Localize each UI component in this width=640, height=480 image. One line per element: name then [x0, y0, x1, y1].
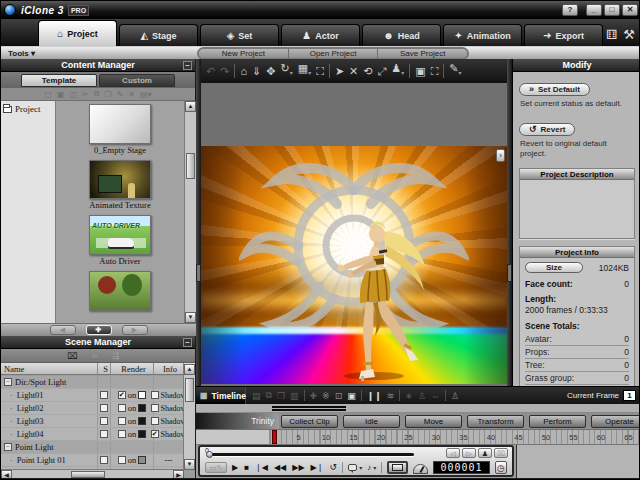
table-row-light04[interactable]: ·Light04on✔Shadow	[1, 428, 184, 441]
range-icon[interactable]: ⇔	[431, 391, 440, 401]
tab-animation[interactable]: ✦Animation	[443, 24, 522, 46]
timeline-range-bar[interactable]	[196, 404, 640, 413]
track-name[interactable]: Trinity	[196, 413, 279, 429]
scroll-up-icon[interactable]: ▲	[184, 364, 195, 375]
prev-frame-button[interactable]: ◁	[446, 448, 460, 458]
clock-icon[interactable]: ◷	[495, 461, 507, 474]
loop-button[interactable]: ↺	[329, 461, 337, 474]
full-screen-icon[interactable]: ⛶	[431, 60, 439, 82]
transform-track-button[interactable]: Transform	[467, 415, 524, 428]
collapse-icon[interactable]: −	[183, 338, 192, 347]
table-row-group[interactable]: −Dir./Spot Light	[1, 376, 184, 389]
next-frame-button[interactable]: ▷	[462, 448, 476, 458]
view-mode-icon[interactable]: ▤▾	[140, 90, 152, 99]
size-button[interactable]: Size	[525, 262, 583, 273]
timeline-ruler[interactable]: 5101520253035404550556065	[196, 430, 640, 445]
copy-clip-icon[interactable]: ❐	[277, 391, 285, 401]
undo-icon[interactable]: ↶	[206, 60, 215, 82]
camera-view-icon[interactable]: ▣	[415, 60, 425, 82]
current-frame-input[interactable]: 1	[623, 390, 636, 401]
scroll-thumb[interactable]	[71, 471, 105, 478]
drop-to-floor-icon[interactable]: ⇓	[252, 60, 261, 82]
tab-project[interactable]: ⌂Project	[38, 20, 117, 46]
set-default-button[interactable]: » Set Default	[519, 83, 590, 96]
color-swatch[interactable]	[138, 456, 146, 464]
close-button[interactable]: ✕	[622, 4, 638, 16]
add-clip-icon[interactable]: ▤	[252, 391, 261, 401]
tab-export[interactable]: ➜Export	[524, 24, 603, 46]
walk-camera-icon[interactable]: ♟▾	[391, 57, 404, 84]
collapse-icon[interactable]: −	[4, 378, 12, 386]
rotate-icon[interactable]: ↻▾	[281, 57, 293, 84]
scene-scrollbar[interactable]: ▲ ▼	[183, 364, 195, 470]
time-slider[interactable]	[208, 453, 414, 456]
tab-stage[interactable]: ◭Stage	[119, 24, 198, 46]
speed-gauge-icon[interactable]	[413, 464, 429, 474]
content-scrollbar[interactable]: ▲ ▼	[184, 101, 196, 323]
loop-range-icon[interactable]: ▣	[347, 391, 356, 401]
tab-head[interactable]: ☻Head	[362, 24, 441, 46]
maximize-button[interactable]: □	[604, 4, 620, 16]
color-swatch[interactable]	[138, 404, 146, 412]
on-checkbox[interactable]	[118, 456, 126, 464]
tools-menu[interactable]: Tools ▾	[8, 49, 35, 58]
hammer-tool-icon[interactable]: ⚒	[623, 27, 635, 42]
delete-icon[interactable]: ✕	[128, 90, 135, 99]
select-checkbox[interactable]	[100, 430, 108, 438]
copy-icon[interactable]: ⧉	[94, 89, 100, 99]
stage-mode-icon[interactable]: ▦▾	[298, 57, 311, 84]
color-swatch[interactable]	[138, 430, 146, 438]
rename-icon[interactable]: ✎	[117, 90, 124, 99]
up-level-icon[interactable]: ◫	[69, 90, 77, 99]
tab-set[interactable]: ◈Set	[200, 24, 279, 46]
project-description-field[interactable]	[520, 180, 634, 238]
preview-display-button[interactable]	[387, 461, 407, 474]
gizmo-icon[interactable]: ✕	[349, 60, 358, 82]
scroll-down-icon[interactable]: ▼	[185, 312, 196, 323]
apply-template-button[interactable]: ✚	[86, 325, 112, 335]
idle-track-button[interactable]: Idle	[343, 415, 400, 428]
help-button[interactable]: ?	[562, 4, 578, 16]
delete-track-button[interactable]: ⌧	[494, 448, 508, 458]
next-page-button[interactable]: ▶	[122, 325, 148, 335]
insert-clip-icon[interactable]: ⧉	[266, 390, 272, 401]
render-preview-icon[interactable]: ⚅	[606, 27, 617, 42]
template-thumb-park[interactable]	[89, 271, 151, 311]
move-icon[interactable]: ✥	[266, 60, 275, 82]
slider-knob[interactable]	[206, 451, 213, 458]
key-group-icon[interactable]: ※	[322, 391, 330, 401]
add-key-icon[interactable]: ✚	[310, 391, 318, 401]
open-folder-icon[interactable]: ▣	[57, 90, 65, 99]
zoom-extents-icon[interactable]: ⤢	[378, 60, 387, 82]
paste-icon[interactable]: ❐	[104, 90, 111, 99]
home-view-icon[interactable]: ⌂	[240, 60, 247, 82]
fit-view-icon[interactable]: ⛶	[316, 60, 324, 82]
collect-clip-track-button[interactable]: Collect Clip	[281, 415, 338, 428]
viewport-flyout-button[interactable]: ›	[496, 149, 505, 162]
collapse-icon[interactable]: −	[183, 61, 192, 70]
on-checkbox[interactable]: ✔	[118, 391, 126, 399]
viewport[interactable]: ›	[201, 83, 507, 386]
revert-button[interactable]: ↺ Revert	[519, 123, 575, 136]
split-clip-icon[interactable]: ❙❙	[367, 391, 382, 401]
move-track-button[interactable]: Move	[405, 415, 462, 428]
frame-select-icon[interactable]: ⊡	[335, 391, 343, 401]
music-note-icon[interactable]: ♪	[367, 461, 371, 474]
tab-custom[interactable]: Custom	[99, 74, 175, 87]
on-checkbox[interactable]	[118, 430, 126, 438]
brush-icon[interactable]: ✎▾	[449, 57, 461, 84]
color-swatch[interactable]	[138, 391, 146, 399]
scroll-thumb[interactable]	[185, 378, 194, 402]
template-thumb-animated-texture[interactable]	[89, 160, 151, 200]
scroll-thumb[interactable]	[186, 153, 195, 179]
operate-track-button[interactable]: Operate	[591, 415, 640, 428]
shadow-checkbox[interactable]	[151, 417, 159, 425]
table-row-light02[interactable]: ·Light02onShadow	[1, 402, 184, 415]
tab-template[interactable]: Template	[21, 74, 97, 87]
paste-clip-icon[interactable]: ▥	[290, 391, 299, 401]
table-row-light03[interactable]: ·Light03onShadow	[1, 415, 184, 428]
go-end-button[interactable]: ▶❘	[311, 461, 324, 474]
select-checkbox[interactable]	[100, 456, 108, 464]
zoom-actor-icon[interactable]: ♙	[451, 391, 459, 401]
edit-clip-button[interactable]: ▭✎	[205, 462, 227, 473]
